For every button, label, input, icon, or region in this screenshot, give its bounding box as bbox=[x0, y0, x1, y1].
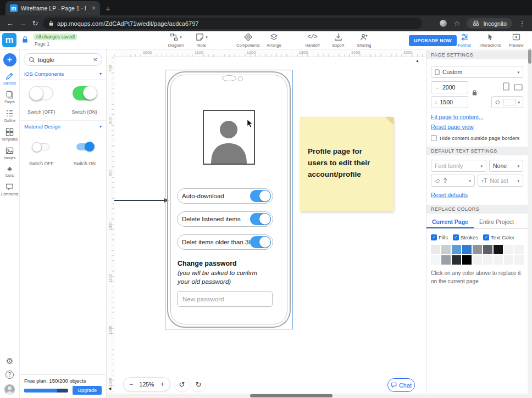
text-color-checkbox[interactable]: ✓ bbox=[483, 234, 489, 240]
editor-canvas[interactable]: 1000 1100 1200 1300 1400 1500 700 800 90… bbox=[107, 49, 426, 394]
color-swatch[interactable] bbox=[483, 245, 492, 254]
sidebar-item-images[interactable]: Images bbox=[4, 147, 15, 160]
vertical-scrollbar[interactable] bbox=[528, 48, 532, 398]
zoom-level[interactable]: 125% bbox=[140, 381, 154, 388]
stencil-switch-on-material[interactable]: Switch ON bbox=[63, 139, 107, 166]
menu-note[interactable]: ▾ Note bbox=[190, 33, 213, 48]
reload-icon[interactable]: ↻ bbox=[30, 19, 40, 27]
color-swatch[interactable] bbox=[473, 255, 482, 265]
menu-sharing[interactable]: Sharing bbox=[353, 33, 376, 48]
menu-export[interactable]: Export bbox=[327, 33, 350, 48]
fills-checkbox[interactable]: ✓ bbox=[431, 234, 437, 240]
vertical-scrollbar-thumb[interactable] bbox=[528, 49, 531, 64]
page-width-input[interactable]: ↔ 2000 bbox=[431, 81, 468, 93]
section-material-design[interactable]: Material Design ▾ bbox=[20, 120, 106, 132]
landscape-orientation-icon[interactable] bbox=[514, 84, 523, 91]
scroll-nudge-left-icon[interactable]: ◀ bbox=[108, 386, 111, 390]
search-clear-icon[interactable]: × bbox=[93, 56, 97, 63]
sidebar-item-templates[interactable]: Templates bbox=[2, 128, 18, 141]
upgrade-now-button[interactable]: UPGRADE NOW bbox=[409, 35, 457, 46]
url-field[interactable]: app.moqups.com/ZdCAdPt71w/edit/page/acdc… bbox=[43, 18, 422, 29]
reset-defaults-link[interactable]: Reset defaults bbox=[431, 192, 523, 198]
connector-arrow[interactable] bbox=[114, 200, 165, 201]
preview-button[interactable]: Preview bbox=[505, 33, 528, 48]
stencil-switch-off-ios[interactable]: Switch (OFF) bbox=[20, 86, 63, 115]
toggle-row-delete-older[interactable]: Delet items older than 30d bbox=[177, 234, 273, 250]
new-tab-button[interactable]: + bbox=[106, 4, 110, 13]
user-avatar[interactable] bbox=[4, 384, 15, 395]
zoom-out-button[interactable]: − bbox=[129, 380, 133, 388]
zoom-in-button[interactable]: + bbox=[160, 380, 164, 388]
color-swatch[interactable] bbox=[431, 255, 440, 265]
moqups-logo[interactable]: m bbox=[2, 33, 16, 47]
color-swatch[interactable] bbox=[483, 255, 492, 265]
scroll-nudge-up-icon[interactable]: ▲ bbox=[415, 59, 419, 63]
strokes-checkbox[interactable]: ✓ bbox=[453, 234, 459, 240]
page-size-preset-select[interactable]: Custom ▾ bbox=[431, 66, 523, 78]
page-height-input[interactable]: ↕ 1500 bbox=[431, 96, 468, 108]
stencil-switch-on-ios[interactable]: Switch (ON) bbox=[63, 86, 107, 115]
sidebar-item-pages[interactable]: Pages bbox=[4, 91, 14, 104]
text-color-checkbox-row[interactable]: ✓Text Color bbox=[483, 234, 514, 240]
color-swatch[interactable] bbox=[504, 255, 513, 265]
strokes-checkbox-row[interactable]: ✓Strokes bbox=[453, 234, 478, 240]
color-swatch[interactable] bbox=[452, 245, 461, 254]
sidebar-item-icons[interactable]: ♣ Icons bbox=[5, 165, 14, 177]
color-swatch[interactable] bbox=[514, 245, 524, 254]
current-page-name[interactable]: Page 1 bbox=[34, 41, 77, 47]
color-swatch[interactable] bbox=[514, 255, 524, 265]
toggle-on-switch[interactable] bbox=[250, 213, 271, 225]
sidebar-item-comments[interactable]: Comments bbox=[1, 183, 18, 196]
color-swatch[interactable] bbox=[494, 255, 503, 265]
menu-components[interactable]: Components bbox=[236, 33, 260, 48]
stencil-switch-off-material[interactable]: Switch OFF bbox=[20, 139, 63, 166]
link-dimensions-lock-icon[interactable] bbox=[472, 89, 478, 96]
color-swatch[interactable] bbox=[494, 245, 503, 254]
profile-image-placeholder[interactable] bbox=[203, 110, 255, 165]
color-swatch[interactable] bbox=[462, 245, 472, 254]
color-swatch[interactable] bbox=[452, 255, 461, 265]
text-color-picker[interactable]: ? ▾ bbox=[431, 175, 475, 187]
sidebar-item-outline[interactable]: Outline bbox=[4, 109, 15, 122]
redo-button[interactable]: ↻ bbox=[191, 377, 206, 391]
tab-current-page[interactable]: Current Page bbox=[426, 215, 474, 228]
font-style-select[interactable]: None ▾ bbox=[489, 160, 523, 172]
fit-page-link[interactable]: Fit page to content... bbox=[431, 114, 523, 120]
toggle-on-switch[interactable] bbox=[250, 190, 271, 202]
sidebar-item-stencils[interactable]: Stencils bbox=[3, 72, 16, 85]
font-family-select[interactable]: Font family ▾ bbox=[431, 160, 486, 172]
toggle-row-auto-download[interactable]: Auto-download bbox=[177, 188, 273, 204]
add-new-button[interactable]: + bbox=[3, 53, 16, 66]
horizontal-scrollbar-thumb[interactable] bbox=[250, 394, 332, 397]
menu-handoff[interactable]: </> Handoff bbox=[301, 33, 324, 48]
forward-icon[interactable]: → bbox=[18, 19, 27, 27]
color-swatch[interactable] bbox=[441, 255, 451, 265]
menu-diagram[interactable]: ▾ Diagram bbox=[164, 33, 187, 48]
browser-tab[interactable]: m Wireframe LP - Page 1 · Mo × bbox=[5, 1, 100, 15]
back-icon[interactable]: ← bbox=[5, 19, 15, 27]
plan-upgrade-button[interactable]: Upgrade bbox=[73, 386, 102, 395]
menu-arrange[interactable]: Arrange bbox=[263, 33, 286, 48]
new-password-input[interactable] bbox=[177, 291, 273, 307]
text-size-select[interactable]: TT Not set ▾ bbox=[478, 175, 523, 187]
hide-content-checkbox-row[interactable]: Hide content outside page borders bbox=[431, 135, 523, 141]
fills-checkbox-row[interactable]: ✓Fills bbox=[431, 234, 448, 240]
help-icon[interactable]: ? bbox=[5, 371, 14, 379]
portrait-orientation-icon[interactable] bbox=[503, 82, 509, 91]
color-swatch[interactable] bbox=[441, 245, 451, 254]
color-swatch[interactable] bbox=[431, 245, 440, 254]
toggle-on-switch[interactable] bbox=[250, 236, 271, 248]
color-swatch[interactable] bbox=[462, 255, 472, 265]
section-ios-components[interactable]: iOS Components ▾ bbox=[20, 68, 106, 80]
page-background-color-picker[interactable]: ▾ bbox=[491, 96, 523, 108]
browser-menu-icon[interactable]: ⋮ bbox=[517, 19, 527, 27]
horizontal-scrollbar[interactable] bbox=[107, 394, 528, 398]
extensions-icon[interactable] bbox=[440, 20, 447, 27]
interactions-panel-button[interactable]: Interactions bbox=[479, 33, 502, 48]
color-swatch[interactable] bbox=[473, 245, 482, 254]
color-swatch[interactable] bbox=[504, 245, 513, 254]
stencil-search-box[interactable]: × bbox=[24, 53, 102, 66]
bookmark-star-icon[interactable]: ☆ bbox=[452, 19, 462, 27]
tab-close-icon[interactable]: × bbox=[92, 5, 96, 12]
hide-content-checkbox[interactable] bbox=[431, 135, 437, 141]
